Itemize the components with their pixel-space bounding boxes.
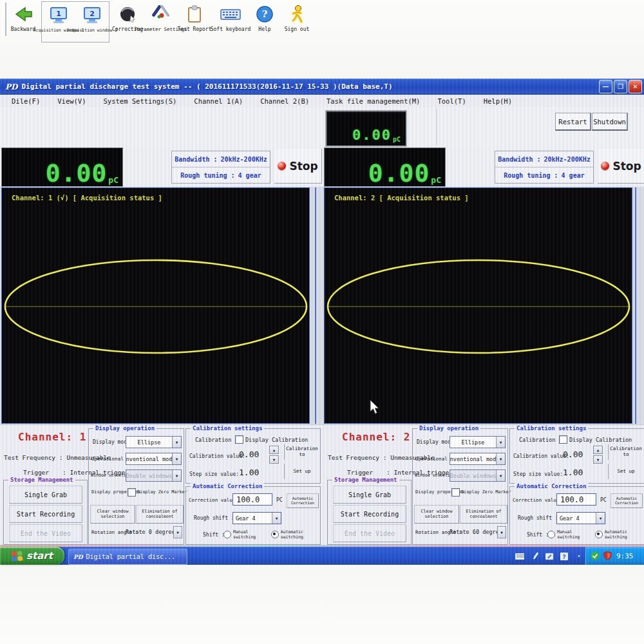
handwriting-icon[interactable] — [545, 552, 554, 561]
operational-mode-select[interactable]: Conventional model▼ — [126, 453, 182, 465]
group-title: Storage Management — [8, 477, 75, 483]
start-recording-button[interactable]: Start Recording — [9, 505, 82, 523]
minimize-button[interactable]: — — [599, 80, 612, 93]
acquisition-window-2-button[interactable]: 2 Acquisition window 2 — [75, 2, 109, 42]
start-recording-button[interactable]: Start Recording — [333, 505, 406, 523]
toolbar-charge-meter: 0.00 pC — [325, 110, 407, 147]
restart-button[interactable]: Restart — [555, 113, 591, 131]
menu-channel-1[interactable]: Channel 1(A) — [194, 97, 243, 105]
menu-tool[interactable]: Tool(T) — [437, 97, 466, 105]
calibration-spinner: ▲ ▼ — [593, 446, 603, 464]
elimination-of-concealment-button[interactable]: Elimination of concealment — [460, 505, 507, 524]
menu-channel-2[interactable]: Channel 2(B) — [260, 97, 309, 105]
soft-keyboard-button[interactable]: Soft keyboard — [211, 1, 250, 41]
correcting-button[interactable]: Correcting — [111, 1, 144, 41]
chevron-down-icon: ▼ — [496, 453, 505, 464]
correction-value-input[interactable]: 100.0 — [232, 493, 272, 506]
trigger-label: Trigger — [23, 469, 49, 476]
set-up-button[interactable]: Set up — [608, 464, 643, 479]
display-calibration-checkbox[interactable] — [559, 435, 567, 444]
chevron-down-icon: ▼ — [172, 453, 181, 464]
automatic-correction-button[interactable]: Automatic Correction — [287, 493, 319, 508]
rotation-angle-select[interactable]: ▼ — [173, 526, 182, 538]
start-button[interactable]: start — [0, 547, 64, 565]
test-report-button[interactable]: Test Report — [178, 1, 211, 41]
taskbar-app-button[interactable]: PD Digital partial disc... — [68, 549, 187, 565]
keyboard-tray-icon[interactable] — [515, 552, 524, 561]
elimination-of-concealment-button[interactable]: Elimination of concealment — [136, 505, 184, 524]
menu-file[interactable]: Dile(F) — [12, 97, 40, 105]
window-method-select[interactable]: Double windows▼ — [450, 469, 506, 482]
stylus-icon[interactable] — [530, 552, 539, 561]
spinner-down-button[interactable]: ▼ — [593, 455, 603, 464]
automatic-correction-button[interactable]: Automatic Correction — [611, 493, 643, 508]
group-title: Automatic Correction — [515, 483, 588, 489]
end-video-button[interactable]: End the Video — [9, 524, 82, 542]
chevron-down-icon: ▼ — [173, 526, 182, 538]
calibration-to-button[interactable]: Calibration to — [608, 444, 643, 460]
menu-task-file-management[interactable]: Task file management(M) — [327, 97, 420, 105]
svg-text:?: ? — [562, 553, 565, 560]
single-grab-button[interactable]: Single Grab — [333, 486, 406, 504]
rotation-angle-select[interactable]: ▼ — [497, 526, 506, 538]
menu-view[interactable]: View(V) — [57, 97, 86, 105]
antivirus-tray-icon[interactable] — [591, 551, 600, 560]
spinner-down-button[interactable]: ▼ — [269, 455, 279, 464]
toolbar — [0, 107, 644, 147]
shift-label: Shift : — [527, 532, 549, 538]
calibration-to-button[interactable]: Calibration to — [284, 444, 319, 460]
acquisition-window-1-button[interactable]: 1 Acquisition window 1 — [42, 2, 75, 42]
step-size-value[interactable]: 1.00 — [239, 468, 259, 477]
help-button[interactable]: ? Help — [250, 1, 279, 41]
menu-bar: Dile(F) View(V) System Settings(S) Chann… — [0, 95, 644, 108]
shift-label: Shift : — [203, 532, 225, 538]
step-size-value[interactable]: 1.00 — [563, 468, 583, 477]
manual-switching-radio[interactable] — [547, 531, 555, 538]
calibration-value[interactable]: 0.00 — [563, 450, 583, 459]
storage-management-group: Storage Management Single Grab Start Rec… — [327, 480, 412, 545]
calibration-value[interactable]: 0.00 — [239, 450, 259, 459]
rough-shift-select[interactable]: Gear 4▼ — [232, 512, 281, 524]
manual-switching-radio[interactable] — [223, 531, 231, 538]
monitor-1-icon: 1 — [48, 5, 69, 26]
language-chevron-icon[interactable]: ▾ — [574, 552, 583, 561]
channel1-display-header: Channel: 1 (√) [ Acquisition status ] — [12, 194, 162, 202]
display-calibration-label: Display Calibration — [245, 437, 308, 443]
menu-system-settings[interactable]: System Settings(S) — [104, 97, 177, 105]
menu-help[interactable]: Help(H) — [484, 97, 512, 105]
correction-value-input[interactable]: 100.0 — [556, 493, 596, 506]
shutdown-button[interactable]: Shutdown — [592, 113, 628, 131]
spinner-up-button[interactable]: ▲ — [593, 446, 603, 454]
restore-button[interactable]: ❐ — [614, 80, 627, 93]
close-button[interactable]: ✕ — [629, 80, 642, 93]
rough-shift-select[interactable]: Gear 4▼ — [556, 512, 605, 524]
display-mode-select[interactable]: Ellipse▼ — [126, 436, 182, 448]
backward-button[interactable]: Backward — [6, 1, 40, 41]
security-shield-icon[interactable] — [603, 551, 612, 560]
automatic-switching-radio[interactable] — [271, 531, 279, 538]
display-calibration-checkbox[interactable] — [235, 435, 243, 444]
step-size-label: Step size value: — [513, 471, 563, 477]
rough-tuning-value: 4 gear — [562, 172, 585, 179]
single-grab-button[interactable]: Single Grab — [9, 486, 82, 504]
channel2-stop-button[interactable]: Stop — [598, 149, 644, 184]
clear-window-selection-button[interactable]: Clear window selection — [414, 505, 459, 524]
spinner-up-button[interactable]: ▲ — [269, 446, 279, 454]
set-up-button[interactable]: Set up — [284, 464, 319, 479]
rough-tuning-label: Rough tuning : — [504, 172, 558, 179]
end-video-button[interactable]: End the Video — [333, 524, 406, 542]
channel1-stop-button[interactable]: Stop — [274, 149, 322, 184]
acquisition-window-group: 1 Acquisition window 1 2 Acquisition win… — [41, 1, 109, 43]
operational-mode-select[interactable]: Conventional model▼ — [450, 453, 506, 465]
parameter-settings-button[interactable]: Parameter Settings — [144, 1, 178, 41]
channel1-charge-meter: 0.00 pC — [1, 147, 123, 187]
window-method-select[interactable]: Double windows▼ — [126, 469, 182, 482]
sign-out-button[interactable]: Sign out — [279, 1, 314, 41]
help-tray-icon[interactable]: ? — [560, 552, 569, 561]
clear-window-selection-button[interactable]: Clear window selection — [90, 505, 135, 524]
rough-tuning-label: Rough tuning : — [180, 172, 234, 179]
zero-marker-checkbox[interactable] — [451, 488, 460, 497]
automatic-switching-radio[interactable] — [595, 531, 603, 538]
zero-marker-checkbox[interactable] — [128, 488, 136, 497]
display-mode-select[interactable]: Ellipse▼ — [450, 436, 506, 448]
